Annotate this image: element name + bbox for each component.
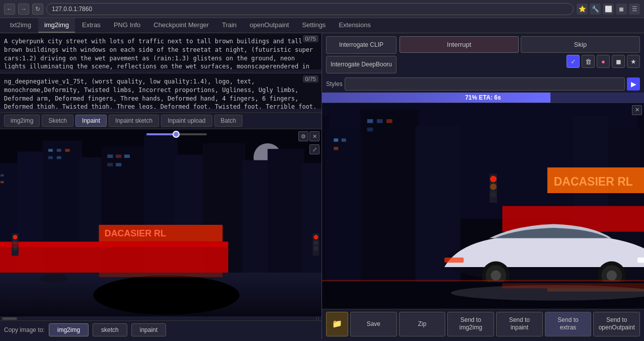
progress-bar-container: 71% ETA: 6s	[322, 93, 644, 103]
mode-tab-inpaint-upload[interactable]: Inpaint upload	[161, 115, 212, 127]
positive-prompt-area: 0/75	[0, 33, 321, 73]
send-extras-btn[interactable]: Send to extras	[545, 312, 592, 336]
canvas-controls: ⚙ ✕	[298, 131, 319, 141]
browser-bar: ← → ↻ 127.0.0.1:7860 ⭐ 🔧 ⬜ ◼ ☰	[0, 0, 644, 18]
interrupt-btn[interactable]: Interrupt	[399, 36, 519, 53]
copy-label: Copy image to:	[4, 326, 45, 333]
progress-bar: 71% ETA: 6s	[322, 93, 644, 103]
svg-rect-69	[444, 258, 463, 263]
output-area: DACASIER RL	[322, 103, 644, 309]
left-panel: 0/75 0/75 img2img Sketch Inpaint Inpaint…	[0, 33, 322, 339]
copy-inpaint-btn[interactable]: inpaint	[131, 323, 166, 336]
svg-rect-42	[99, 273, 223, 277]
canvas-settings-btn[interactable]: ⚙	[298, 131, 308, 141]
send-inpaint-btn[interactable]: Send to inpaint	[496, 312, 543, 336]
send-img2img-btn[interactable]: Send to img2img	[447, 312, 494, 336]
svg-point-75	[607, 270, 617, 280]
zip-btn[interactable]: Zip	[399, 312, 446, 336]
nav-tab-extensions[interactable]: Extensions	[333, 18, 377, 33]
browser-icon-1: ⭐	[577, 4, 588, 15]
right-controls: Interrogate CLIP Interrogate DeepBooru I…	[322, 33, 644, 76]
svg-rect-57	[377, 119, 383, 123]
svg-rect-19	[65, 149, 70, 152]
svg-rect-20	[48, 156, 53, 159]
progress-label: 71% ETA: 6s	[322, 93, 644, 103]
send-openoutpaint-btn[interactable]: Send to openOutpaint	[593, 312, 640, 336]
canvas-scrollbar[interactable]: ⟨⟩	[0, 316, 321, 320]
svg-rect-23	[116, 154, 121, 158]
negative-prompt-counter: 0/75	[303, 75, 318, 82]
brush-size-slider[interactable]	[146, 133, 207, 135]
style-icon-star-btn[interactable]: ★	[627, 55, 640, 68]
canvas-area[interactable]: DACASIER RL	[0, 129, 321, 320]
mode-tab-sketch[interactable]: Sketch	[42, 115, 73, 127]
nav-tab-txt2img[interactable]: txt2img	[4, 18, 37, 33]
svg-rect-56	[367, 119, 373, 123]
bottom-actions: 📁 Save Zip Send to img2img Send to inpai…	[322, 309, 644, 339]
style-icon-circle-btn[interactable]: ●	[597, 55, 610, 68]
negative-prompt-input[interactable]	[0, 73, 321, 109]
styles-apply-btn[interactable]: ▶	[627, 77, 640, 91]
svg-rect-55	[334, 147, 338, 150]
svg-point-38	[314, 240, 318, 245]
svg-point-33	[13, 235, 18, 239]
svg-rect-48	[361, 109, 419, 296]
nav-tabs: txt2img img2img Extras PNG Info Checkpoi…	[0, 18, 644, 33]
folder-btn[interactable]: 📁	[326, 312, 348, 336]
save-btn[interactable]: Save	[350, 312, 397, 336]
back-button[interactable]: ←	[4, 4, 15, 15]
url-bar[interactable]: 127.0.0.1:7860	[46, 3, 574, 15]
canvas-close-btn[interactable]: ✕	[309, 131, 319, 141]
interrogate-clip-btn[interactable]: Interrogate CLIP	[326, 36, 396, 54]
positive-prompt-input[interactable]	[0, 33, 321, 69]
copy-img2img-btn[interactable]: img2img	[49, 323, 89, 336]
mode-tabs: img2img Sketch Inpaint Inpaint sketch In…	[0, 113, 321, 129]
interrogate-col: Interrogate CLIP Interrogate DeepBooru	[326, 36, 396, 73]
styles-section: Styles ▶	[322, 76, 644, 93]
output-close-btn[interactable]: ✕	[632, 105, 642, 115]
style-icon-check-btn[interactable]: ✓	[567, 55, 580, 68]
canvas-image: DACASIER RL	[0, 129, 321, 320]
nav-tab-extras[interactable]: Extras	[76, 18, 107, 33]
svg-rect-47	[326, 129, 364, 296]
refresh-button[interactable]: ↻	[32, 4, 43, 15]
nav-tab-train[interactable]: Train	[216, 18, 243, 33]
folder-icon: 📁	[332, 319, 342, 328]
mode-tab-batch[interactable]: Batch	[214, 115, 243, 127]
svg-point-72	[491, 270, 501, 280]
output-image: DACASIER RL	[322, 103, 644, 309]
svg-rect-25	[107, 163, 113, 166]
svg-rect-24	[124, 154, 130, 158]
nav-tab-png-info[interactable]: PNG Info	[108, 18, 146, 33]
browser-icon-2: 🔧	[590, 4, 601, 15]
nav-tab-img2img[interactable]: img2img	[38, 18, 75, 33]
svg-rect-43	[0, 242, 228, 247]
mode-tab-inpaint[interactable]: Inpaint	[75, 115, 107, 127]
copy-sketch-btn[interactable]: sketch	[93, 323, 127, 336]
mode-tab-img2img[interactable]: img2img	[4, 115, 40, 127]
nav-tab-openoutpaint[interactable]: openOutpaint	[244, 18, 295, 33]
svg-point-64	[490, 176, 497, 182]
mode-tab-inpaint-sketch[interactable]: Inpaint sketch	[109, 115, 159, 127]
svg-rect-14	[1, 174, 4, 176]
browser-icon-5: ☰	[629, 4, 640, 15]
skip-btn[interactable]: Skip	[521, 36, 640, 53]
styles-dropdown[interactable]	[345, 77, 625, 91]
svg-point-37	[314, 235, 318, 239]
style-icons-row: ✓ 🗑 ● ◼ ★	[399, 55, 640, 68]
svg-rect-79	[547, 288, 644, 291]
interrogate-deepbooru-btn[interactable]: Interrogate DeepBooru	[326, 56, 396, 73]
canvas-expand-btn[interactable]: ⤢	[309, 144, 319, 154]
browser-icon-3: ⬜	[603, 4, 614, 15]
negative-prompt-area: 0/75	[0, 73, 321, 113]
svg-rect-49	[416, 125, 461, 296]
svg-rect-59	[367, 127, 373, 131]
style-icon-trash-btn[interactable]: 🗑	[582, 55, 595, 68]
nav-tab-checkpoint-merger[interactable]: Checkpoint Merger	[147, 18, 215, 33]
forward-button[interactable]: →	[18, 4, 29, 15]
svg-rect-16	[1, 181, 4, 183]
style-icon-square-btn[interactable]: ◼	[612, 55, 625, 68]
canvas-scrollbar-thumb	[2, 317, 17, 320]
svg-rect-17	[48, 149, 53, 152]
nav-tab-settings[interactable]: Settings	[296, 18, 332, 33]
